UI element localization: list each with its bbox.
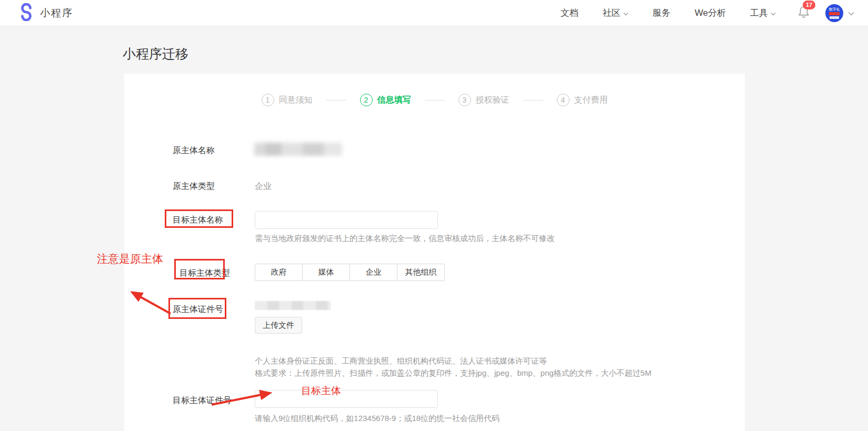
step-2-circle: 2: [360, 94, 373, 106]
step-2-label: 信息填写: [377, 95, 411, 106]
target-type-option-other[interactable]: 其他组织: [397, 264, 445, 281]
header-nav: 文档 社区 服务 We分析 工具: [561, 7, 776, 19]
original-cert-hints: 个人主体身份证正反面、工商营业执照、组织机构代码证、法人证书或媒体许可证等 格式…: [255, 355, 651, 379]
step-3-circle: 3: [458, 94, 471, 106]
nav-community-label: 社区: [603, 7, 621, 19]
chevron-down-icon: [771, 8, 776, 18]
original-cert-hint-line1: 个人主体身份证正反面、工商营业执照、组织机构代码证、法人证书或媒体许可证等: [255, 355, 651, 367]
upload-file-button[interactable]: 上传文件: [255, 317, 302, 334]
stepper: 1 同意须知 2 信息填写 3 授权验证 4 支付费用: [124, 94, 745, 106]
nav-services-label: 服务: [653, 7, 671, 19]
nav-tools[interactable]: 工具: [750, 7, 776, 19]
target-cert-label: 目标主体证件号: [173, 395, 232, 406]
original-name-label: 原主体名称: [173, 145, 215, 156]
step-agree-notice: 1 同意须知: [262, 94, 313, 106]
page-title: 小程序迁移: [123, 45, 188, 63]
annotation-note-target: 目标主体: [301, 384, 341, 398]
original-cert-blurred-value: [255, 301, 331, 310]
top-navbar: 小程序 文档 社区 服务 We分析 工具: [0, 0, 868, 26]
avatar-text: 数字化: [829, 7, 840, 11]
target-name-hint: 需与当地政府颁发的证书上的主体名称完全一致，信息审核成功后，主体名称不可修改: [255, 234, 555, 244]
step-1-label: 同意须知: [279, 95, 313, 106]
target-type-option-enterprise[interactable]: 企业: [350, 264, 397, 281]
original-type-label: 原主体类型: [173, 181, 215, 192]
step-4-circle: 4: [557, 94, 570, 106]
annotation-note-original: 注意是原主体: [97, 252, 163, 266]
step-connector: [425, 100, 445, 101]
target-type-option-government[interactable]: 政府: [255, 264, 303, 281]
avatar-red-stripe: [829, 12, 840, 15]
step-fill-info: 2 信息填写: [360, 94, 411, 106]
target-type-segmented: 政府 媒体 企业 其他组织: [255, 264, 445, 281]
target-cert-hint: 请输入9位组织机构代码，如12345678-9；或18位的统一社会信用代码: [255, 414, 500, 424]
annotation-box-target-type: [174, 259, 225, 279]
step-connector: [523, 100, 543, 101]
step-1-circle: 1: [262, 94, 274, 106]
nav-docs[interactable]: 文档: [561, 7, 578, 19]
account-chevron-down-icon[interactable]: [848, 8, 854, 18]
miniprogram-logo-icon: [17, 3, 35, 23]
nav-services[interactable]: 服务: [653, 7, 671, 19]
nav-we-analysis-label: We分析: [695, 7, 726, 19]
original-name-blurred-value: [254, 143, 342, 156]
target-type-option-media[interactable]: 媒体: [302, 264, 350, 281]
notification-bell[interactable]: 17: [797, 5, 811, 22]
nav-we-analysis[interactable]: We分析: [695, 7, 726, 19]
logo-text: 小程序: [40, 6, 73, 20]
logo[interactable]: 小程序: [17, 3, 73, 23]
step-connector: [326, 100, 346, 101]
page: 小程序 文档 社区 服务 We分析 工具: [0, 0, 868, 431]
annotation-box-target-name: [165, 209, 233, 228]
step-4-label: 支付费用: [574, 95, 608, 106]
notification-badge: 17: [803, 1, 815, 9]
original-cert-hint-line2: 格式要求：上传原件照片、扫描件，或加盖公章的复印件，支持jpg、jpeg、bmp…: [255, 367, 651, 379]
nav-tools-label: 工具: [750, 7, 768, 19]
step-payment: 4 支付费用: [557, 94, 608, 106]
avatar-smudge: [830, 16, 839, 19]
target-name-input[interactable]: [255, 211, 438, 229]
chevron-down-icon: [623, 8, 628, 18]
avatar[interactable]: 数字化: [825, 4, 843, 22]
step-3-label: 授权验证: [476, 95, 510, 106]
nav-docs-label: 文档: [561, 7, 578, 19]
step-auth-verify: 3 授权验证: [458, 94, 510, 106]
nav-community[interactable]: 社区: [603, 7, 628, 19]
annotation-box-original-cert: [168, 298, 226, 319]
migration-card: 1 同意须知 2 信息填写 3 授权验证 4 支付费用 原主体名称 原主体类型: [124, 74, 745, 431]
original-type-value: 企业: [255, 181, 272, 192]
target-cert-input[interactable]: [255, 390, 438, 408]
bell-icon: [797, 12, 811, 21]
